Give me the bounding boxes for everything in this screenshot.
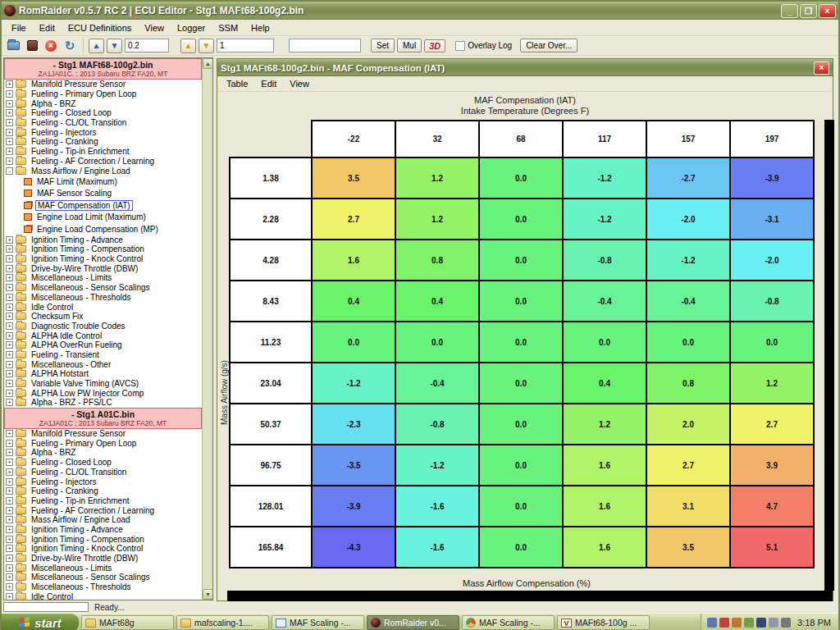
- table-cell[interactable]: 0.4: [563, 363, 646, 404]
- table-cell[interactable]: 0.0: [479, 199, 563, 240]
- table-cell[interactable]: 2.7: [312, 199, 395, 240]
- tree-item[interactable]: +Variable Valve Timing (AVCS): [4, 379, 202, 389]
- tree-item[interactable]: +ALPHA Idle Control: [4, 331, 202, 340]
- tree-item[interactable]: +Alpha - BRZ - PFS/LC: [4, 398, 202, 408]
- table-cell[interactable]: 0.0: [646, 322, 730, 363]
- table-cell[interactable]: 1.2: [730, 363, 814, 404]
- tree-item[interactable]: +Ignition Timing - Knock Control: [4, 544, 202, 554]
- table-cell[interactable]: 0.0: [479, 240, 563, 281]
- expand-icon[interactable]: +: [6, 564, 13, 572]
- tree-item[interactable]: +Fueling - CL/OL Transition: [4, 468, 202, 477]
- minimize-button[interactable]: _: [781, 4, 798, 18]
- table-cell[interactable]: -1.6: [395, 527, 479, 568]
- tray-icon[interactable]: [732, 618, 742, 628]
- tray-icon[interactable]: [781, 618, 791, 628]
- table-cell[interactable]: 1.6: [563, 486, 646, 527]
- tray-icon[interactable]: [707, 618, 717, 628]
- tree-item[interactable]: +Fueling - Closed Loop: [4, 108, 202, 118]
- tree-item[interactable]: MAF Sensor Scaling: [4, 187, 202, 199]
- expand-icon[interactable]: +: [6, 555, 13, 562]
- column-header-cell[interactable]: 68: [479, 121, 563, 158]
- tray-icon[interactable]: [719, 618, 729, 628]
- expand-icon[interactable]: +: [6, 304, 13, 311]
- row-header-cell[interactable]: 96.75: [230, 445, 312, 486]
- tree-item[interactable]: +Miscellaneous - Limits: [4, 563, 202, 573]
- row-header-cell[interactable]: 50.37: [230, 404, 312, 445]
- expand-icon[interactable]: +: [6, 158, 13, 165]
- increment-fine-down-button[interactable]: ▼: [107, 39, 122, 53]
- tree-item[interactable]: +Fueling - CL/OL Transition: [4, 118, 202, 128]
- tray-icon[interactable]: [744, 618, 754, 628]
- table-cell[interactable]: 0.8: [395, 240, 479, 281]
- expand-icon[interactable]: +: [6, 573, 13, 581]
- table-cell[interactable]: 0.4: [395, 281, 479, 322]
- expand-icon[interactable]: +: [6, 430, 13, 437]
- table-cell[interactable]: 4.7: [730, 486, 814, 527]
- expand-icon[interactable]: +: [6, 236, 13, 244]
- tree-item[interactable]: +Fueling - Cranking: [4, 486, 202, 496]
- table-cell[interactable]: -1.2: [563, 158, 646, 199]
- increment-coarse-up-button[interactable]: ▲: [180, 39, 196, 53]
- taskbar-button[interactable]: MAF Scaling -...: [272, 615, 364, 630]
- tree-item[interactable]: +Ignition Timing - Compensation: [4, 244, 202, 254]
- row-header-cell[interactable]: 128.01: [230, 486, 312, 527]
- column-header-cell[interactable]: 117: [563, 121, 646, 158]
- table-cell[interactable]: -3.5: [312, 445, 395, 486]
- expand-icon[interactable]: +: [6, 516, 13, 523]
- frame-close-button[interactable]: ×: [814, 62, 829, 75]
- table-cell[interactable]: -0.8: [395, 404, 479, 445]
- table-cell[interactable]: 5.1: [730, 527, 814, 568]
- table-cell[interactable]: -0.4: [563, 281, 646, 322]
- table-cell[interactable]: 0.0: [479, 322, 563, 363]
- table-cell[interactable]: -0.8: [730, 281, 814, 322]
- menu-item-ecu-definitions[interactable]: ECU Definitions: [62, 21, 139, 35]
- expand-icon[interactable]: +: [6, 593, 13, 600]
- expand-icon[interactable]: +: [6, 536, 13, 543]
- row-header-cell[interactable]: 2.28: [230, 199, 312, 240]
- collapse-icon[interactable]: -: [6, 167, 13, 175]
- table-cell[interactable]: -0.4: [646, 281, 730, 322]
- table-cell[interactable]: -2.0: [730, 240, 814, 281]
- tree-item[interactable]: +Fueling - Injectors: [4, 477, 202, 486]
- 3d-view-button[interactable]: 3D: [424, 39, 445, 52]
- tree-item[interactable]: +Fueling - Transient: [4, 350, 202, 360]
- table-cell[interactable]: -1.6: [395, 486, 479, 527]
- table-cell[interactable]: 0.0: [479, 486, 563, 527]
- set-button[interactable]: Set: [371, 39, 395, 52]
- table-cell[interactable]: 1.6: [563, 527, 646, 568]
- tree-item[interactable]: +Checksum Fix: [4, 312, 202, 322]
- tree-item[interactable]: +ALPHA Low PW Injector Comp: [4, 388, 202, 398]
- tree-item[interactable]: +Alpha - BRZ: [4, 448, 202, 458]
- table-cell[interactable]: 3.1: [646, 486, 730, 527]
- tray-icon[interactable]: [756, 618, 766, 628]
- tree-item[interactable]: +Fueling - Tip-in Enrichment: [4, 496, 202, 506]
- expand-icon[interactable]: +: [6, 583, 13, 591]
- table-cell[interactable]: 0.0: [395, 322, 479, 363]
- expand-icon[interactable]: +: [6, 129, 13, 136]
- refresh-icon[interactable]: ↻: [62, 39, 78, 53]
- expand-icon[interactable]: +: [6, 497, 13, 504]
- table-cell[interactable]: -2.0: [646, 199, 730, 240]
- expand-icon[interactable]: +: [6, 138, 13, 145]
- tray-icon[interactable]: [769, 618, 778, 628]
- expand-icon[interactable]: +: [6, 313, 13, 320]
- frame-menu-item-edit[interactable]: Edit: [254, 76, 283, 91]
- frame-menu-item-table[interactable]: Table: [220, 76, 254, 91]
- expand-icon[interactable]: +: [6, 109, 13, 116]
- row-header-cell[interactable]: 23.04: [230, 363, 312, 404]
- table-cell[interactable]: 0.0: [479, 158, 563, 199]
- scroll-up-icon[interactable]: ▲: [203, 58, 213, 69]
- table-cell[interactable]: -0.8: [563, 240, 646, 281]
- expand-icon[interactable]: +: [6, 80, 13, 88]
- menu-item-view[interactable]: View: [138, 21, 171, 35]
- expand-icon[interactable]: +: [6, 361, 13, 368]
- row-header-cell[interactable]: 165.84: [230, 527, 312, 568]
- tree-item[interactable]: +Fueling - Cranking: [4, 137, 202, 147]
- expand-icon[interactable]: +: [6, 487, 13, 495]
- tree-item[interactable]: +Ignition Timing - Knock Control: [4, 254, 202, 264]
- close-rom-icon[interactable]: ×: [43, 39, 59, 53]
- expand-icon[interactable]: +: [6, 507, 13, 514]
- tree-item[interactable]: +Fueling - Closed Loop: [4, 458, 202, 468]
- tree-item[interactable]: +Miscellaneous - Thresholds: [4, 582, 202, 592]
- tree-item[interactable]: +Fueling - AF Correction / Learning: [4, 505, 202, 515]
